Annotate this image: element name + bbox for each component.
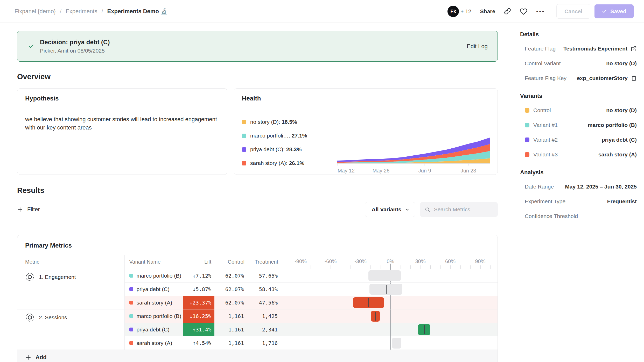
check-icon <box>602 9 607 14</box>
variant-name: sarah story (A) <box>137 300 172 306</box>
main-content: Decision: priya debt (C) Picker, Amit on… <box>0 23 513 362</box>
metric-name: 1. Engagement <box>39 274 76 280</box>
feature-flag-row: Feature Flag Testimonials Experiment <box>525 46 637 52</box>
feature-flag-value[interactable]: Testimonials Experiment <box>563 46 627 52</box>
variants-dropdown[interactable]: All Variants <box>365 202 415 217</box>
variant-color-swatch <box>129 287 133 291</box>
favorite-heart-icon[interactable] <box>520 8 527 15</box>
experiment-type-value: Frequentist <box>607 198 637 205</box>
variant-row-3: Variant #3 sarah story (A) <box>525 151 637 158</box>
legend-label: priya debt (C): 28.3% <box>250 146 302 153</box>
date-range-value: May 12, 2025 – Jun 30, 2025 <box>565 184 637 190</box>
lift-marker <box>386 285 387 294</box>
axis-tick <box>410 265 411 269</box>
health-title: Health <box>234 89 498 108</box>
legend-color-swatch <box>242 134 246 138</box>
axis-tick-label: 60% <box>445 258 456 264</box>
variant-cell: marco portfolio (B) <box>124 269 183 283</box>
decision-meta: Picker, Amit on 08/05/2025 <box>40 48 110 54</box>
plus-icon <box>25 354 31 360</box>
topbar-actions: Fk + 12 Share ••• Cancel Saved <box>447 4 634 19</box>
variant1-label: Variant #1 <box>533 122 558 128</box>
collaborators-count[interactable]: + 12 <box>460 8 471 15</box>
variant-color-swatch <box>129 314 133 318</box>
variant-row-1: Variant #1 marco portfolio (B) <box>525 122 637 128</box>
health-legend-item: marco portfoli…: 27.1% <box>242 133 337 139</box>
details-heading: Details <box>520 31 637 38</box>
overview-heading: Overview <box>17 73 498 81</box>
breadcrumb-project[interactable]: Fixpanel {demo} <box>15 8 56 15</box>
column-header: Lift <box>183 255 214 269</box>
control-value: 62.07% <box>214 269 248 283</box>
metric-variant-row[interactable]: 2. Sessionsmarco portfolio (B)↓16.25%1,1… <box>17 309 498 323</box>
variant3-label: Variant #3 <box>533 151 558 158</box>
saved-button[interactable]: Saved <box>594 4 634 18</box>
metrics-controls: All Variants <box>365 202 498 217</box>
results-controls: Filter All Variants <box>17 202 498 217</box>
legend-color-swatch <box>242 161 246 165</box>
external-link-icon[interactable] <box>631 46 637 52</box>
copy-link-icon[interactable] <box>504 8 511 15</box>
health-legend-item: no story (D): 18.5% <box>242 119 337 125</box>
confidence-threshold-row: Confidence Threshold <box>525 213 637 219</box>
lift-value: ↓23.37% <box>190 300 211 306</box>
axis-tick-label: 90% <box>475 258 485 264</box>
confidence-interval-cell <box>281 336 498 350</box>
x-axis-tick-label: May 26 <box>373 168 390 173</box>
copy-icon[interactable] <box>631 75 637 81</box>
results-divider <box>17 223 498 223</box>
breadcrumb-experiments[interactable]: Experiments <box>66 8 97 15</box>
variant-color-swatch <box>129 274 133 278</box>
treatment-value: 1,425 <box>248 309 281 323</box>
lift-value: ↑4.54% <box>193 340 211 346</box>
treatment-value: 58.43% <box>248 283 281 296</box>
axis-tick <box>430 265 431 269</box>
search-icon <box>425 206 430 213</box>
add-filter-button[interactable]: Filter <box>17 206 40 213</box>
variant-name: marco portfolio (B) <box>137 313 181 319</box>
metric-variant-row[interactable]: 1. Engagementmarco portfolio (B)↓7.12%62… <box>17 269 498 283</box>
health-body: no story (D): 18.5%marco portfoli…: 27.1… <box>234 108 498 175</box>
add-metric-button[interactable]: Add <box>17 350 498 362</box>
confidence-interval-cell <box>281 309 498 323</box>
cancel-button[interactable]: Cancel <box>556 4 590 19</box>
axis-tick <box>351 265 351 269</box>
x-axis-tick-label: Jun 23 <box>461 168 476 173</box>
variant-name: sarah story (A) <box>137 340 172 346</box>
control-color-swatch <box>525 108 529 113</box>
more-menu-button[interactable]: ••• <box>536 8 545 15</box>
hypothesis-card: Hypothesis we believe that showing custo… <box>17 88 227 175</box>
variant1-color-swatch <box>525 123 529 127</box>
check-icon <box>28 43 34 49</box>
lift-marker <box>424 325 425 334</box>
treatment-value: 57.65% <box>248 269 281 283</box>
variant-name: marco portfolio (B) <box>137 273 181 279</box>
variant-cell: sarah story (A) <box>124 296 183 309</box>
axis-tick <box>321 265 321 269</box>
confidence-threshold-label: Confidence Threshold <box>525 213 578 219</box>
x-axis-tick-label: May 12 <box>338 168 355 173</box>
search-metrics-input[interactable] <box>434 206 493 213</box>
axis-tick <box>490 265 491 269</box>
lift-value: ↓5.87% <box>193 286 211 292</box>
variant-cell: sarah story (A) <box>124 336 183 350</box>
variants-dropdown-value: All Variants <box>372 206 401 213</box>
lift-cell: ↓16.25% <box>183 309 214 323</box>
axis-tick <box>370 265 371 269</box>
topbar: Fixpanel {demo} / Experiments / Experime… <box>0 0 644 23</box>
avatar[interactable]: Fk <box>447 6 459 17</box>
legend-label: no story (D): 18.5% <box>250 119 297 125</box>
axis-tick <box>311 265 311 269</box>
edit-log-button[interactable]: Edit Log <box>467 43 488 50</box>
primary-metrics-card: Primary Metrics MetricVariant NameLiftCo… <box>17 235 498 362</box>
filter-label: Filter <box>27 206 40 213</box>
confidence-interval-cell <box>281 283 498 296</box>
share-button[interactable]: Share <box>480 8 495 15</box>
legend-label: marco portfoli…: 27.1% <box>250 133 307 139</box>
axis-tick <box>291 265 291 269</box>
analysis-heading: Analysis <box>520 169 637 176</box>
lift-value: ↑31.4% <box>193 327 211 333</box>
metric-cell: 1. Engagement <box>17 269 124 309</box>
axis-tick <box>450 265 451 269</box>
primary-metrics-grid: MetricVariant NameLiftControlTreatment-9… <box>17 255 498 350</box>
